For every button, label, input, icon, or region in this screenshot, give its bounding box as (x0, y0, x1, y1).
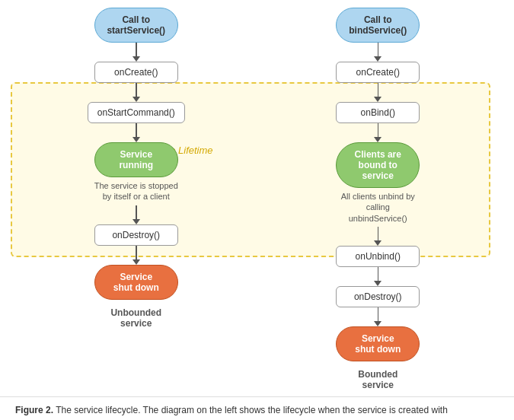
right-arrow-2 (374, 83, 382, 102)
arrow-head (374, 56, 382, 62)
arrow-line (378, 307, 379, 321)
right-side-text: All clients unbind by calling unbindServ… (328, 191, 427, 224)
arrow-head (374, 97, 382, 102)
arrow-line (378, 123, 379, 137)
right-column: Call to bindService() onCreate() onBind(… (317, 8, 439, 390)
left-service-running-node: Service running (94, 142, 178, 177)
left-oncreate-node: onCreate() (94, 62, 178, 83)
right-oncreate-node: onCreate() (336, 62, 420, 83)
left-ondestroy-node: onDestroy() (94, 224, 178, 246)
right-arrow-1 (374, 43, 382, 62)
left-arrow-2 (132, 83, 140, 102)
right-service-shutdown-node: Service shut down (336, 326, 420, 361)
arrow-head (374, 137, 382, 142)
arrow-head (374, 240, 382, 246)
caption-text-1: The service lifecycle. The diagram on th… (53, 405, 448, 415)
left-onstartcommand-node: onStartCommand() (88, 102, 185, 123)
left-side-text: The service is stopped by itself or a cl… (94, 180, 178, 202)
arrow-line (378, 83, 379, 97)
diagram-container: Active Lifetime Call to startService() o… (0, 0, 514, 396)
left-arrow-1 (132, 43, 140, 62)
arrow-line (136, 205, 137, 219)
arrow-head (374, 321, 382, 326)
figure-caption: Figure 2. The service lifecycle. The dia… (0, 396, 514, 420)
arrow-head (132, 259, 140, 265)
right-column-label: Bounded service (358, 369, 397, 390)
arrow-head (132, 56, 140, 62)
arrow-line (136, 123, 137, 137)
arrow-head (374, 281, 382, 286)
arrow-line (378, 227, 379, 240)
left-service-shutdown-node: Service shut down (94, 265, 178, 300)
arrow-line (378, 267, 379, 281)
right-onbind-node: onBind() (336, 102, 420, 123)
arrow-head (132, 137, 140, 142)
figure-number: Figure 2. (15, 405, 53, 415)
columns-container: Call to startService() onCreate() onStar… (15, 8, 499, 390)
left-column-label: Unbounded service (110, 307, 161, 329)
left-arrow-5 (132, 246, 140, 265)
arrow-line (136, 246, 137, 259)
left-arrow-4 (132, 205, 140, 224)
right-clients-bound-node: Clients are bound to service (336, 142, 420, 188)
right-arrow-3 (374, 123, 382, 142)
left-arrow-3 (132, 123, 140, 142)
arrow-line (136, 43, 137, 56)
left-column: Call to startService() onCreate() onStar… (75, 8, 197, 329)
right-onunbind-node: onUnbind() (336, 246, 420, 267)
right-arrow-4 (374, 227, 382, 246)
arrow-line (136, 83, 137, 97)
arrow-head (132, 97, 140, 102)
right-arrow-5 (374, 267, 382, 286)
right-start-node: Call to bindService() (336, 8, 420, 43)
arrow-head (132, 219, 140, 224)
left-start-node: Call to startService() (94, 8, 178, 43)
right-ondestroy-node: onDestroy() (336, 286, 420, 307)
arrow-line (378, 43, 379, 56)
right-arrow-6 (374, 307, 382, 326)
